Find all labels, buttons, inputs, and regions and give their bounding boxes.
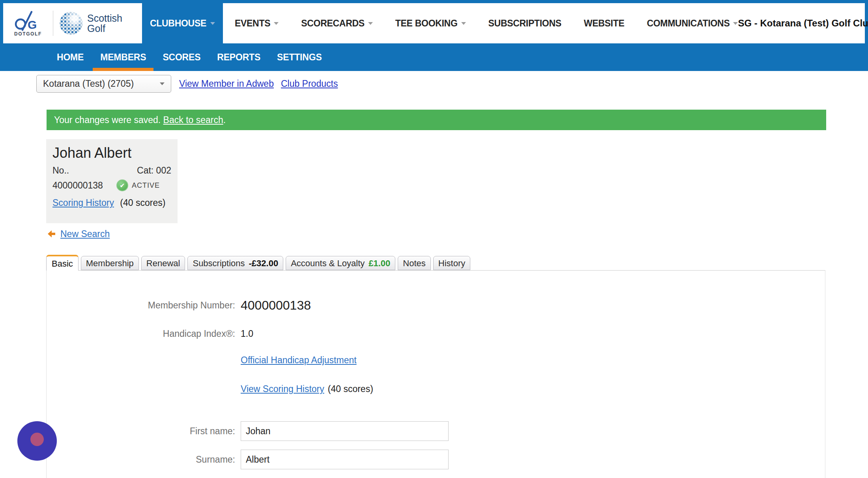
scoring-history-count: (40 scores) [120, 198, 165, 208]
tab-membership[interactable]: Membership [81, 256, 139, 270]
tab-accounts-loyalty[interactable]: Accounts & Loyalty £1.00 [286, 256, 395, 270]
subnav-item-scores[interactable]: SCORES [155, 43, 208, 71]
chevron-down-icon [461, 22, 466, 25]
official-adjustment-row: Official Handicap Adjustment [47, 355, 825, 366]
chevron-down-icon [368, 22, 373, 25]
scoring-history-link[interactable]: Scoring History [52, 198, 114, 208]
official-handicap-adjustment-link[interactable]: Official Handicap Adjustment [241, 355, 357, 366]
tab-basic[interactable]: Basic [46, 255, 79, 271]
success-banner: Your changes were saved. Back to search … [47, 110, 826, 130]
scottish-golf-globe-icon [60, 12, 82, 35]
membership-number-value: 4000000138 [241, 298, 311, 313]
tab-subscriptions[interactable]: Subscriptions -£32.00 [187, 256, 283, 270]
handicap-label: Handicap Index®: [47, 329, 235, 339]
member-name: Johan Albert [52, 145, 171, 161]
membership-number-label: Membership Number: [47, 300, 235, 311]
member-tabs: Basic Membership Renewal Subscriptions -… [46, 255, 868, 270]
surname-field[interactable] [241, 450, 449, 469]
view-member-adweb-link[interactable]: View Member in Adweb [179, 78, 274, 89]
scoring-history-row: Scoring History (40 scores) [52, 198, 171, 208]
surname-label: Surname: [47, 454, 235, 465]
status-wrap: ✔ ACTIVE [116, 179, 160, 191]
chevron-down-icon [274, 22, 279, 25]
subscriptions-balance-badge: -£32.00 [249, 257, 279, 270]
status-badge: ACTIVE [132, 181, 160, 190]
chat-widget-button[interactable] [17, 421, 57, 461]
nav-item-clubhouse[interactable]: CLUBHOUSE [142, 3, 223, 43]
handicap-row: Handicap Index®: 1.0 [47, 329, 825, 339]
svg-text:G: G [28, 18, 37, 31]
brand-divider [53, 11, 53, 36]
member-category: Cat: 002 [137, 165, 171, 176]
back-to-search-link[interactable]: Back to search [163, 115, 223, 125]
top-bar: G DOTGOLF Scottish Golf CLUBHOUSE EVENTS… [3, 3, 865, 43]
brand-area: G DOTGOLF Scottish Golf [3, 3, 142, 43]
member-select[interactable]: Kotarana (Test) (2705) [36, 75, 171, 93]
quick-links: View Member in Adweb Club Products [179, 78, 338, 89]
app-header: G DOTGOLF Scottish Golf CLUBHOUSE EVENTS… [0, 0, 868, 71]
tab-history[interactable]: History [433, 256, 470, 270]
first-name-row: First name: [47, 421, 825, 441]
subnav-item-settings[interactable]: SETTINGS [269, 43, 329, 71]
view-scoring-count: (40 scores) [328, 384, 373, 394]
tab-notes[interactable]: Notes [398, 256, 430, 270]
top-nav: EVENTS SCORECARDS TEE BOOKING SUBSCRIPTI… [235, 18, 738, 29]
basic-tab-panel: Membership Number: 4000000138 Handicap I… [46, 270, 825, 478]
club-products-link[interactable]: Club Products [281, 78, 338, 89]
new-search-link[interactable]: New Search [60, 229, 110, 239]
sub-nav: HOME MEMBERS SCORES REPORTS SETTINGS [49, 43, 868, 71]
nav-item-tee-booking[interactable]: TEE BOOKING [395, 18, 466, 29]
active-check-icon: ✔ [116, 179, 128, 191]
member-number: 4000000138 [52, 180, 103, 191]
chevron-down-icon [160, 82, 165, 85]
chevron-down-icon [733, 22, 738, 25]
nav-item-events[interactable]: EVENTS [235, 18, 279, 29]
first-name-field[interactable] [241, 421, 449, 441]
first-name-label: First name: [47, 426, 235, 437]
current-club-menu[interactable]: SG - Kotarana (Test) Golf Club [738, 18, 868, 29]
scottish-golf-logo: Scottish Golf [87, 13, 122, 34]
view-scoring-row: View Scoring History (40 scores) [47, 384, 825, 394]
nav-item-scorecards[interactable]: SCORECARDS [301, 18, 373, 29]
nav-item-subscriptions[interactable]: SUBSCRIPTIONS [488, 18, 561, 29]
new-search-row: New Search [47, 229, 868, 239]
nav-item-website[interactable]: WEBSITE [584, 18, 625, 29]
member-selector-row: Kotarana (Test) (2705) View Member in Ad… [36, 75, 868, 92]
view-scoring-history-link[interactable]: View Scoring History [241, 384, 324, 394]
member-no-label: No.. [52, 165, 69, 176]
back-arrow-icon [47, 230, 56, 238]
surname-row: Surname: [47, 450, 825, 469]
chevron-down-icon [210, 22, 215, 25]
chat-widget-dot-icon [30, 433, 44, 446]
member-number-row: 4000000138 ✔ ACTIVE [52, 179, 171, 191]
member-summary-card: Johan Albert No.. Cat: 002 4000000138 ✔ … [46, 139, 178, 223]
subnav-item-members[interactable]: MEMBERS [93, 43, 153, 71]
membership-number-row: Membership Number: 4000000138 [47, 298, 825, 313]
subnav-item-home[interactable]: HOME [49, 43, 91, 71]
tab-renewal[interactable]: Renewal [141, 256, 185, 270]
svg-text:DOTGOLF: DOTGOLF [14, 31, 42, 37]
accounts-balance-badge: £1.00 [369, 257, 390, 270]
nav-item-communications[interactable]: COMMUNICATIONS [647, 18, 738, 29]
member-meta-row: No.. Cat: 002 [52, 165, 171, 176]
dotgolf-logo-icon: G DOTGOLF [13, 10, 47, 37]
subnav-item-reports[interactable]: REPORTS [210, 43, 268, 71]
handicap-value: 1.0 [241, 329, 253, 339]
